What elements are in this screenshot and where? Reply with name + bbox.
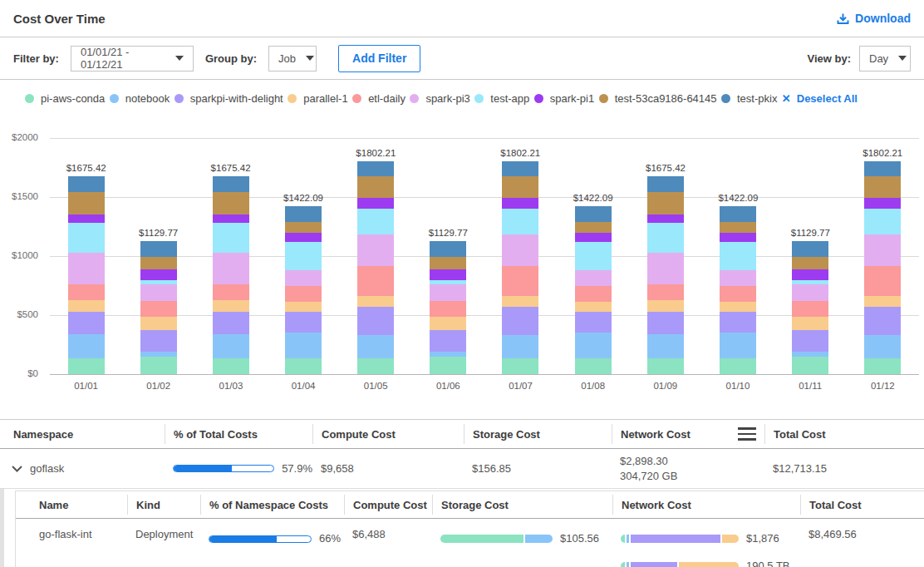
bar-segment-etl-daily[interactable] — [213, 284, 249, 300]
date-range-dropdown[interactable]: 01/01/21 - 01/12/21 — [71, 46, 194, 71]
bar-segment-test-53ca9186-64145[interactable] — [647, 192, 684, 214]
bar-segment-parallel-1[interactable] — [575, 302, 612, 312]
bar-segment-test-app[interactable] — [575, 242, 612, 270]
bar-segment-pi-aws-conda[interactable] — [502, 358, 538, 374]
view-by-dropdown[interactable]: Day — [859, 46, 911, 71]
bar-segment-spark-pi1[interactable] — [285, 233, 322, 242]
bar-segment-spark-pi3[interactable] — [285, 270, 322, 286]
bar-segment-test-pkix[interactable] — [647, 176, 684, 192]
bar-segment-pi-aws-conda[interactable] — [68, 358, 105, 375]
bar-segment-etl-daily[interactable] — [357, 266, 394, 297]
bar-segment-test-app[interactable] — [357, 209, 394, 234]
bar-segment-etl-daily[interactable] — [502, 266, 538, 297]
bar-segment-test-53ca9186-64145[interactable] — [213, 192, 249, 214]
bar-segment-spark-pi1[interactable] — [430, 269, 466, 280]
bar-segment-test-app[interactable] — [68, 223, 105, 252]
legend-item-spark-pi3[interactable]: spark-pi3 — [410, 92, 469, 105]
chevron-down-icon[interactable] — [12, 466, 22, 472]
bar-segment-spark-pi1[interactable] — [792, 269, 828, 280]
legend-item-sparkpi-with-delight[interactable]: sparkpi-with-delight — [174, 92, 283, 105]
download-button[interactable]: Download — [837, 12, 911, 25]
bar-segment-spark-pi1[interactable] — [213, 214, 249, 223]
bar-segment-sparkpi-with-delight[interactable] — [864, 307, 901, 335]
bar-01/10[interactable]: $1422.09 — [718, 193, 758, 374]
bar-segment-etl-daily[interactable] — [720, 286, 756, 302]
bar-segment-etl-daily[interactable] — [864, 266, 901, 297]
bar-01/02[interactable]: $1129.77 — [139, 228, 178, 374]
legend-item-notebook[interactable]: notebook — [110, 92, 170, 105]
bar-segment-sparkpi-with-delight[interactable] — [720, 312, 756, 333]
bar-segment-pi-aws-conda[interactable] — [575, 358, 612, 375]
bar-segment-spark-pi1[interactable] — [357, 198, 394, 208]
bar-segment-spark-pi3[interactable] — [502, 234, 538, 266]
bar-segment-test-app[interactable] — [720, 242, 756, 270]
bar-segment-spark-pi3[interactable] — [575, 270, 612, 286]
nested-table-row[interactable]: go-flask-int Deployment 66% $6,488 $105.… — [16, 519, 924, 567]
namespace-cell[interactable]: goflask — [0, 462, 165, 475]
bar-segment-test-53ca9186-64145[interactable] — [140, 257, 177, 269]
bar-segment-test-53ca9186-64145[interactable] — [864, 176, 901, 199]
bar-01/06[interactable]: $1129.77 — [429, 228, 468, 374]
bar-segment-test-53ca9186-64145[interactable] — [575, 222, 612, 233]
bar-01/07[interactable]: $1802.21 — [500, 148, 540, 374]
bar-segment-pi-aws-conda[interactable] — [357, 358, 394, 374]
bar-segment-parallel-1[interactable] — [213, 300, 249, 312]
bar-01/08[interactable]: $1422.09 — [573, 193, 613, 374]
bar-segment-parallel-1[interactable] — [357, 296, 394, 307]
bar-segment-spark-pi1[interactable] — [575, 233, 612, 242]
bar-segment-etl-daily[interactable] — [647, 284, 684, 300]
bar-01/04[interactable]: $1422.09 — [283, 193, 323, 374]
bar-segment-test-pkix[interactable] — [792, 241, 828, 258]
bar-segment-pi-aws-conda[interactable] — [792, 357, 828, 374]
bar-segment-sparkpi-with-delight[interactable] — [792, 330, 828, 352]
bar-segment-test-pkix[interactable] — [720, 206, 756, 222]
bar-01/09[interactable]: $1675.42 — [646, 163, 686, 374]
bar-segment-notebook[interactable] — [213, 334, 249, 357]
bar-segment-test-pkix[interactable] — [140, 241, 177, 258]
bar-segment-test-pkix[interactable] — [285, 206, 322, 222]
bar-segment-spark-pi3[interactable] — [792, 284, 828, 301]
bar-segment-sparkpi-with-delight[interactable] — [647, 312, 684, 334]
bar-segment-test-app[interactable] — [213, 223, 249, 252]
bar-segment-notebook[interactable] — [285, 333, 322, 357]
bar-segment-sparkpi-with-delight[interactable] — [68, 312, 105, 334]
bar-segment-test-pkix[interactable] — [430, 241, 466, 258]
bar-segment-parallel-1[interactable] — [285, 302, 322, 312]
bar-segment-etl-daily[interactable] — [792, 301, 828, 318]
deselect-all-button[interactable]: ✕ Deselect All — [782, 92, 858, 105]
bar-segment-pi-aws-conda[interactable] — [140, 357, 177, 374]
bar-segment-sparkpi-with-delight[interactable] — [502, 307, 538, 335]
bar-segment-test-53ca9186-64145[interactable] — [430, 257, 466, 269]
add-filter-button[interactable]: Add Filter — [338, 45, 420, 72]
legend-item-spark-pi1[interactable]: spark-pi1 — [534, 92, 594, 105]
bar-segment-pi-aws-conda[interactable] — [213, 358, 249, 375]
bar-segment-parallel-1[interactable] — [647, 300, 684, 312]
bar-segment-parallel-1[interactable] — [430, 317, 466, 330]
bar-segment-spark-pi3[interactable] — [213, 253, 249, 285]
bar-segment-parallel-1[interactable] — [140, 317, 177, 330]
bar-segment-notebook[interactable] — [864, 335, 901, 359]
bar-segment-etl-daily[interactable] — [430, 301, 466, 318]
bar-segment-notebook[interactable] — [647, 334, 684, 357]
bar-segment-pi-aws-conda[interactable] — [285, 358, 322, 375]
bar-segment-test-app[interactable] — [647, 223, 684, 252]
bar-segment-spark-pi3[interactable] — [864, 234, 901, 266]
bar-segment-test-53ca9186-64145[interactable] — [357, 176, 394, 199]
bar-segment-test-pkix[interactable] — [357, 161, 394, 176]
legend-item-test-53ca9186-64145[interactable]: test-53ca9186-64145 — [599, 92, 717, 105]
bar-segment-spark-pi3[interactable] — [140, 284, 177, 301]
bar-segment-sparkpi-with-delight[interactable] — [285, 312, 322, 333]
bar-segment-test-pkix[interactable] — [502, 161, 538, 176]
bar-segment-test-pkix[interactable] — [68, 176, 105, 192]
bar-segment-parallel-1[interactable] — [792, 317, 828, 330]
bar-segment-test-pkix[interactable] — [575, 206, 612, 222]
bar-segment-sparkpi-with-delight[interactable] — [430, 330, 466, 352]
bar-segment-sparkpi-with-delight[interactable] — [357, 307, 394, 335]
bar-01/11[interactable]: $1129.77 — [791, 228, 830, 374]
bar-segment-test-app[interactable] — [502, 209, 538, 234]
bar-segment-spark-pi3[interactable] — [430, 284, 466, 301]
bar-segment-etl-daily[interactable] — [285, 286, 322, 302]
bar-segment-spark-pi1[interactable] — [140, 269, 177, 280]
bar-segment-parallel-1[interactable] — [720, 302, 756, 312]
bar-segment-spark-pi1[interactable] — [502, 198, 538, 208]
